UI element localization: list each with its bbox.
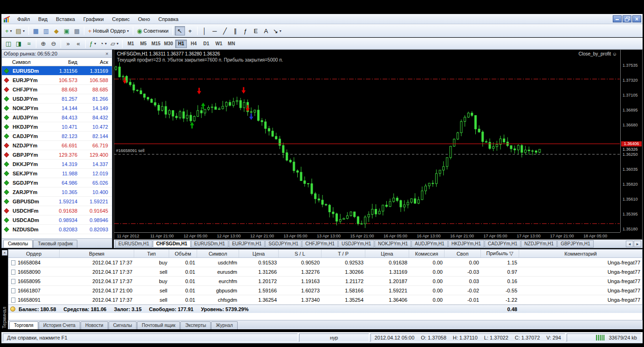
vertical-line-button[interactable]: │: [199, 26, 210, 35]
market-watch-row[interactable]: USDCADm0.989340.98946: [2, 215, 112, 225]
chart-tab[interactable]: CHFJPYm,H1: [302, 240, 338, 248]
column-header-ask[interactable]: Аск: [77, 59, 112, 65]
market-watch-row[interactable]: ZARJPYm10.36510.400: [2, 187, 112, 197]
chart-tab[interactable]: HKDJPYm,H1: [448, 240, 484, 248]
order-row[interactable]: 166580952012.04.17 17:37buy0.01eurchfm1.…: [8, 277, 642, 286]
market-watch-toggle-button[interactable]: ▦: [31, 26, 41, 35]
column-header-symbol[interactable]: Символ: [2, 59, 48, 65]
indicators-button[interactable]: ƒ▾: [88, 39, 98, 49]
market-watch-row[interactable]: NZDUSDm0.820830.82093: [2, 225, 112, 234]
crosshair-button[interactable]: +: [185, 26, 195, 35]
orders-column-header[interactable]: Прибыль ▽: [481, 250, 519, 257]
auto-scroll-button[interactable]: »: [63, 39, 73, 49]
terminal-tab[interactable]: Журнал: [211, 321, 238, 329]
shapes-button[interactable]: E: [251, 26, 261, 35]
market-watch-row[interactable]: USDCHFm0.916380.91645: [2, 206, 112, 215]
market-watch-row[interactable]: SEKJPYm11.98812.019: [2, 169, 112, 178]
terminal-close-icon[interactable]: ×: [2, 250, 7, 256]
terminal-tab[interactable]: Почтовый ящик: [137, 321, 180, 329]
fibonacci-button[interactable]: ƒ: [240, 26, 251, 35]
restore-button[interactable]: [623, 15, 631, 22]
column-header-bid[interactable]: Бид: [48, 59, 77, 65]
menu-charts[interactable]: Графики: [79, 15, 108, 23]
arrow-objects-button[interactable]: ↘▾: [271, 26, 283, 35]
tab-scroll-right-icon[interactable]: ▸: [634, 241, 641, 247]
orders-column-header[interactable]: Объём: [169, 250, 197, 257]
cursor-button[interactable]: ↖: [175, 26, 185, 35]
terminal-tab[interactable]: Эксперты: [180, 321, 211, 329]
orders-column-header[interactable]: Своп: [445, 250, 481, 257]
menu-window[interactable]: Окно: [134, 15, 154, 23]
market-watch-row[interactable]: CHFJPYm88.66388.685: [2, 85, 112, 94]
orders-column-header[interactable]: Цена: [365, 250, 409, 257]
chart-tab[interactable]: AUDJPYm,H1: [411, 240, 447, 248]
profiles-button[interactable]: ▤▾: [14, 26, 27, 35]
orders-column-header[interactable]: Тип: [134, 250, 169, 257]
line-chart-mode-button[interactable]: ≈: [24, 39, 34, 49]
market-watch-row[interactable]: EURUSDm1.311561.31169: [2, 66, 112, 76]
chart-window[interactable]: CHFSGDm,H1 1.36311 1.36377 1.36280 1.363…: [114, 49, 643, 240]
timeframe-m5-button[interactable]: M5: [137, 40, 149, 48]
strategy-tester-button[interactable]: ▩: [72, 26, 82, 35]
market-watch-row[interactable]: USDJPYm81.25781.266: [2, 94, 112, 104]
timeframe-m15-button[interactable]: M15: [150, 40, 162, 48]
market-watch-row[interactable]: SGDJPYm64.98665.026: [2, 178, 112, 187]
order-row[interactable]: 166618072012.04.17 21:00sell0.01gbpusdm1…: [8, 286, 642, 295]
chart-tab[interactable]: USDJPYm,H1: [338, 240, 374, 248]
chart-tab[interactable]: EURJPYm,H1: [229, 240, 265, 248]
market-watch-tab[interactable]: Символы: [3, 240, 33, 248]
orders-column-header[interactable]: T / P: [322, 250, 365, 257]
expert-advisors-button[interactable]: ◉Советники: [135, 26, 171, 35]
orders-column-header[interactable]: Символ: [197, 250, 239, 257]
channel-button[interactable]: ∥: [230, 26, 240, 35]
order-row[interactable]: 166580912012.04.17 17:37sell0.01chfsgdm1…: [8, 295, 642, 305]
orders-column-header[interactable]: Цена: [239, 250, 279, 257]
menu-service[interactable]: Сервис: [108, 15, 134, 23]
market-watch-row[interactable]: NOKJPYm14.14414.149: [2, 104, 112, 113]
minimize-button[interactable]: [613, 15, 622, 22]
terminal-tab[interactable]: История Счета: [39, 321, 80, 329]
menu-file[interactable]: Файл: [13, 15, 34, 23]
order-row[interactable]: 166580902012.04.17 17:37sell0.01eurusdm1…: [8, 267, 642, 277]
chart-tab[interactable]: NOKJPYm,H1: [375, 240, 411, 248]
time-axis[interactable]: 11 Apr 201211 Apr 21:0012 Apr 05:0012 Ap…: [114, 232, 620, 239]
zoom-in-button[interactable]: ⊕: [38, 39, 48, 49]
market-watch-row[interactable]: DKKJPYm14.31914.337: [2, 160, 112, 169]
timeframe-m30-button[interactable]: M30: [163, 40, 174, 48]
terminal-tab[interactable]: Новости: [81, 321, 108, 329]
chart-tab[interactable]: EURUSDm,H1: [191, 240, 228, 248]
orders-column-header[interactable]: Комиссия: [409, 250, 445, 257]
menu-view[interactable]: Вид: [34, 15, 52, 23]
terminal-tab[interactable]: Сигналы: [109, 321, 137, 329]
terminal-toggle-button[interactable]: ▣: [62, 26, 72, 35]
market-watch-row[interactable]: HKDJPYm10.47110.472: [2, 122, 112, 132]
periods-button[interactable]: ◔▾: [98, 39, 109, 49]
horizontal-line-button[interactable]: ─: [210, 26, 220, 35]
tab-scroll-left-icon[interactable]: ◂: [626, 241, 633, 247]
chart-tab[interactable]: GBPJPYm,H1: [557, 240, 593, 248]
terminal-tab[interactable]: Торговля: [9, 321, 38, 329]
timeframe-h4-button[interactable]: H4: [188, 40, 199, 48]
candlestick-chart[interactable]: [114, 50, 620, 232]
zoom-out-button[interactable]: ⊖: [48, 39, 59, 49]
timeframe-m1-button[interactable]: M1: [125, 40, 137, 48]
chart-shift-button[interactable]: «: [73, 39, 83, 49]
text-label-button[interactable]: A: [261, 26, 271, 35]
candlestick-mode-button[interactable]: ◨: [14, 39, 24, 49]
market-watch-row[interactable]: AUDJPYm84.41384.432: [2, 113, 112, 122]
timeframe-w1-button[interactable]: W1: [213, 40, 225, 48]
market-watch-row[interactable]: NZDJPYm66.69166.719: [2, 141, 112, 150]
timeframe-h1-button[interactable]: H1: [175, 40, 187, 48]
market-watch-row[interactable]: GBPJPYm129.376129.400: [2, 150, 112, 160]
market-watch-row[interactable]: EURJPYm106.573106.588: [2, 76, 112, 85]
timeframe-d1-button[interactable]: D1: [200, 40, 212, 48]
new-chart-button[interactable]: +▾: [3, 26, 14, 35]
orders-column-header[interactable]: Время: [60, 250, 134, 257]
menu-help[interactable]: Справка: [154, 15, 183, 23]
close-button[interactable]: ×: [632, 15, 641, 22]
orders-column-header[interactable]: Ордер: [8, 250, 60, 257]
navigator-button[interactable]: ◆: [51, 26, 62, 35]
market-watch-close-icon[interactable]: ×: [104, 51, 110, 57]
market-watch-titlebar[interactable]: Обзор рынка: 06:55:20 ×: [2, 50, 112, 58]
bar-chart-mode-button[interactable]: ◫: [3, 39, 14, 49]
